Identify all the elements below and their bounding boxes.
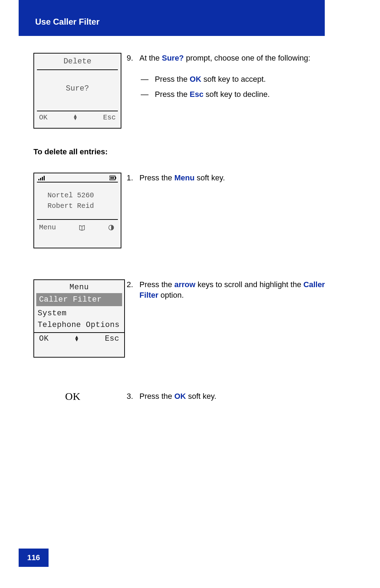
keyword-esc: Esc — [190, 90, 203, 99]
dash-item: — Press the OK soft key to accept. — [141, 74, 327, 85]
step-number: 3. — [127, 391, 133, 402]
svg-rect-2 — [42, 177, 43, 180]
text: Press the — [155, 90, 190, 99]
text: Press the — [155, 75, 190, 83]
status-bar — [34, 173, 121, 181]
softkey-ok: OK — [39, 113, 48, 122]
text: At the — [139, 54, 162, 62]
text: soft key to accept. — [201, 75, 266, 83]
updown-icon: ▲▼ — [74, 115, 77, 120]
text: soft key to decline. — [203, 90, 270, 99]
dash-list: — Press the OK soft key to accept. — Pre… — [141, 74, 327, 100]
screen1-message: Sure? — [34, 70, 121, 107]
svg-rect-8 — [113, 177, 114, 179]
svg-rect-6 — [110, 177, 112, 179]
softkey-esc: Esc — [105, 334, 119, 343]
signal-icon — [38, 175, 45, 180]
keyword-sure: Sure? — [162, 54, 184, 62]
step-number: 9. — [127, 53, 133, 63]
screen2-softkeys: Menu — [34, 220, 121, 235]
svg-rect-3 — [44, 176, 45, 180]
phone-screen-menu: Menu Caller Filter System Telephone Opti… — [33, 279, 125, 358]
updown-icon: ▲▼ — [75, 336, 78, 341]
softkey-esc: Esc — [103, 113, 116, 122]
menu-item: Telephone Options — [34, 319, 124, 331]
keyword-ok: OK — [174, 392, 186, 401]
svg-rect-0 — [38, 179, 39, 180]
text: keys to scroll and highlight the — [195, 280, 303, 289]
svg-rect-1 — [40, 178, 41, 180]
book-icon — [79, 224, 85, 231]
screen3-softkeys: OK ▲▼ Esc — [34, 333, 124, 346]
dash-text: Press the OK soft key to accept. — [155, 74, 266, 85]
screen2-line1: Nortel 5260 — [48, 190, 121, 201]
text: Press the — [139, 392, 174, 401]
menu-item-selected: Caller Filter — [36, 293, 122, 306]
text: soft key. — [195, 173, 225, 182]
step-text: Press the OK soft key. — [139, 391, 216, 402]
step-number: 2. — [127, 279, 133, 300]
step-9: 9. At the Sure? prompt, choose one of th… — [127, 53, 327, 105]
softkey-menu: Menu — [39, 223, 56, 231]
step-2: 2. Press the arrow keys to scroll and hi… — [127, 279, 331, 300]
text: Press the — [139, 173, 174, 182]
keyword-ok: OK — [190, 75, 201, 83]
phone-screen-idle: Nortel 5260 Robert Reid Menu — [33, 173, 121, 248]
step-3: 3. Press the OK soft key. — [127, 391, 327, 402]
screen1-title: Delete — [34, 54, 121, 66]
ok-key-graphic: OK — [65, 390, 80, 402]
dash-icon: — — [141, 74, 150, 85]
step-1: 1. Press the Menu soft key. — [127, 173, 327, 183]
text: Press the — [139, 280, 174, 289]
step-text: Press the arrow keys to scroll and highl… — [139, 279, 331, 300]
text: option. — [158, 291, 184, 299]
dash-icon: — — [141, 89, 150, 100]
header-title: Use Caller Filter — [35, 17, 100, 27]
contrast-icon — [108, 224, 114, 231]
softkey-ok: OK — [39, 334, 49, 343]
dash-text: Press the Esc soft key to decline. — [155, 89, 270, 100]
screen1-softkeys: OK ▲▼ Esc — [34, 111, 121, 125]
svg-rect-7 — [112, 177, 113, 179]
dash-item: — Press the Esc soft key to decline. — [141, 89, 327, 100]
step-text: Press the Menu soft key. — [139, 173, 225, 183]
page-number: 116 — [19, 549, 49, 567]
keyword-menu: Menu — [174, 173, 194, 182]
step-text: At the Sure? prompt, choose one of the f… — [139, 53, 310, 63]
screen3-title: Menu — [34, 280, 124, 292]
page: Use Caller Filter Delete Sure? OK ▲▼ Esc… — [0, 0, 380, 588]
keyword-arrow: arrow — [174, 280, 195, 289]
screen2-body: Nortel 5260 Robert Reid — [34, 182, 121, 219]
screen2-line2: Robert Reid — [48, 201, 121, 211]
step-number: 1. — [127, 173, 133, 183]
phone-screen-delete-confirm: Delete Sure? OK ▲▼ Esc — [33, 53, 121, 129]
battery-icon — [109, 175, 116, 180]
menu-item: System — [34, 308, 124, 319]
text: prompt, choose one of the following: — [184, 54, 310, 62]
svg-rect-5 — [115, 177, 116, 179]
subheading: To delete all entries: — [33, 147, 108, 156]
text: soft key. — [186, 392, 216, 401]
